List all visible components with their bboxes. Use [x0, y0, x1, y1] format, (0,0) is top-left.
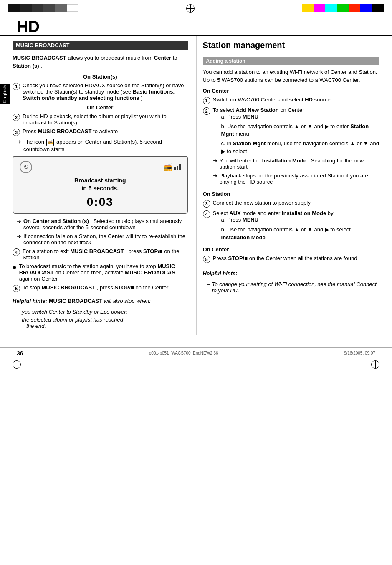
dash-2-text: the selected album or playlist has reach… — [22, 317, 123, 329]
right-step-1-text-before: Switch on WAC700 Center and select — [213, 96, 305, 103]
step-4-text-before: For a station to exit — [23, 248, 70, 254]
step-4-number: 4 — [13, 248, 20, 256]
main-content: MUSIC BROADCAST MUSIC BROADCAST allows y… — [0, 36, 392, 343]
right-on-center-title: On Center — [203, 88, 379, 94]
broadcast-icon-display: 📻 — [163, 162, 172, 172]
bullet-1: ● To broadcast music to the station agai… — [13, 263, 188, 282]
right-intro-text: You can add a station to an existing Wi-… — [203, 68, 379, 84]
step-5-bold: MUSIC BROADCAST — [42, 284, 96, 291]
right-step-2-sub-a: a. Press MENU — [221, 113, 379, 121]
step-1-text-end: ) — [141, 95, 142, 101]
helpful-hints-text: will also stop when: — [104, 298, 151, 304]
step-4: 4 For a station to exit MUSIC BROADCAST … — [13, 248, 188, 261]
bar1 — [174, 167, 176, 170]
step-2-number: 2 — [13, 114, 20, 121]
color-bar — [349, 4, 360, 12]
right-on-station-title: On Station — [203, 191, 379, 197]
right-step-1: 1 Switch on WAC700 Center and select HD … — [203, 96, 379, 104]
helpful-hints-left: Helpful hints: MUSIC BROADCAST will also… — [13, 297, 188, 305]
dash-sym-2: – — [17, 317, 20, 329]
right-step-2-sublist: a. Press MENU b. Use the navigation cont… — [213, 113, 379, 156]
color-bar — [314, 4, 325, 12]
right-step-4-sub-b: b. Use the navigation controls ▲ or ▼ an… — [221, 226, 379, 242]
color-bar — [325, 4, 337, 12]
adding-station-bar: Adding a station — [203, 57, 379, 65]
right-step-1-text-after: source — [314, 96, 331, 103]
step-5: 5 To stop MUSIC BROADCAST , press STOP/■… — [13, 284, 188, 292]
page-title: HD — [17, 19, 40, 35]
registration-mark-top — [186, 4, 195, 13]
step-5-content: To stop MUSIC BROADCAST , press STOP/■ o… — [23, 284, 188, 291]
right-arrow-sym-2b: ➜ — [213, 172, 217, 179]
bullet-sym: ● — [13, 263, 17, 271]
footer-file: p001-p051_WACS700_EngNEW2 36 — [149, 351, 218, 355]
right-step-1-number: 1 — [203, 97, 210, 104]
registration-mark-bottom-right — [371, 360, 379, 369]
right-dash-1-text: To change your setting of Wi-Fi connecti… — [212, 281, 379, 294]
right-step-2-sub-b-bold: Station Mgnt — [221, 123, 369, 137]
intro-bold3: Station (s) — [13, 63, 39, 69]
bullet-1-text-before: To broadcast music to the station again,… — [19, 263, 158, 269]
right-step-2: 2 To select Add New Station on Center a.… — [203, 107, 379, 187]
display-time: 0:03 — [87, 195, 114, 209]
right-step-5-bold: STOP/■ — [228, 255, 248, 261]
right-step-2-content: To select Add New Station on Center a. P… — [213, 107, 379, 187]
right-step-3-number: 3 — [203, 200, 210, 208]
arrow-3a-text-before: The icon — [23, 139, 46, 145]
page-number: 36 — [17, 350, 23, 357]
step-3-content: Press MUSIC BROADCAST to activate — [23, 128, 188, 134]
step-5-text-middle: , press — [97, 284, 115, 291]
right-arrow-2b: ➜ Playback stops on the previously assoc… — [213, 172, 379, 185]
step-3: 3 Press MUSIC BROADCAST to activate — [13, 128, 188, 136]
registration-mark-bottom-left — [13, 360, 21, 369]
color-bar — [302, 4, 314, 12]
bullet-1-content: To broadcast music to the station again,… — [19, 263, 188, 282]
helpful-hints-right-title: Helpful hints: — [203, 270, 379, 278]
helpful-hints-right-label: Helpful hints: — [203, 270, 238, 276]
color-bar — [32, 4, 43, 12]
bullet-1-text-middle: on Center and then, activate — [55, 269, 125, 276]
right-step-4-sub-a: a. Press MENU — [221, 216, 379, 224]
on-center-subtitle: On Center — [13, 104, 188, 111]
step-3-bold: MUSIC BROADCAST — [38, 128, 92, 134]
page-wrapper: HD English MUSIC BROADCAST MUSIC BROADCA… — [0, 0, 392, 565]
right-arrow-2a-bold: Installation Mode — [262, 157, 306, 164]
bar2 — [177, 166, 178, 170]
right-step-4-sub-b-bold: Installation Mode — [221, 234, 266, 241]
right-step-5-content: Press STOP/■ on the Center when all the … — [213, 255, 379, 261]
page-footer: 36 p001-p051_WACS700_EngNEW2 36 9/16/200… — [0, 347, 392, 359]
right-step-4-bold2: Installation Mode — [282, 210, 326, 216]
bullet-1-bold2: MUSIC BROADCAST — [125, 269, 179, 276]
display-broadcast-text: Broadcast startingin 5 seconds. — [74, 177, 126, 193]
color-bar — [43, 4, 55, 12]
language-tab: English — [0, 84, 10, 104]
dash-1-text: you switch Center to Standby or Eco powe… — [22, 309, 127, 315]
right-step-2-sub-b: b. Use the navigation controls ▲ or ▼ an… — [221, 123, 379, 139]
right-step-2-text-before: To select — [213, 107, 236, 113]
right-step-5-text-after: on the Center when all the stations are … — [249, 255, 357, 261]
intro-paragraph: MUSIC BROADCAST allows you to broadcast … — [13, 54, 188, 70]
color-bar — [372, 4, 384, 12]
intro-text1: allows you to broadcast music from — [68, 55, 154, 61]
music-broadcast-header: MUSIC BROADCAST — [13, 41, 188, 50]
step-5-text-after: on the Center — [136, 284, 169, 291]
step-4-stop: STOP/■ — [143, 248, 163, 254]
color-bar — [8, 4, 20, 12]
display-icon-right: 📻 — [163, 161, 181, 173]
intro-bold2: Center — [154, 55, 171, 61]
right-arrow-2b-content: Playback stops on the previously associa… — [220, 172, 379, 185]
right-arrow-sym-2a: ➜ — [213, 157, 217, 164]
right-step-4-bold1: AUX — [229, 210, 240, 216]
arrow-3c-content: If connection fails on a Station, the Ce… — [23, 233, 188, 246]
display-box: ↻ 📻 Broadcast startingin 5 seconds. 0:03 — [13, 156, 188, 214]
arrow-3a: ➜ The icon 📻 appears on Center and Stati… — [13, 139, 188, 152]
bar3 — [179, 164, 181, 170]
arrow-sym-3c: ➜ — [17, 233, 21, 239]
step-5-stop: STOP/■ — [114, 284, 134, 291]
right-column: Station management Adding a station You … — [196, 36, 384, 335]
right-step-1-content: Switch on WAC700 Center and select HD so… — [213, 96, 379, 103]
right-dash-1: – To change your setting of Wi-Fi connec… — [203, 281, 379, 294]
right-arrow-2a-content: You will enter the Installation Mode . S… — [220, 157, 379, 170]
right-step-5-text-before: Press — [213, 255, 228, 261]
on-station-subtitle: On Station(s) — [13, 73, 188, 80]
